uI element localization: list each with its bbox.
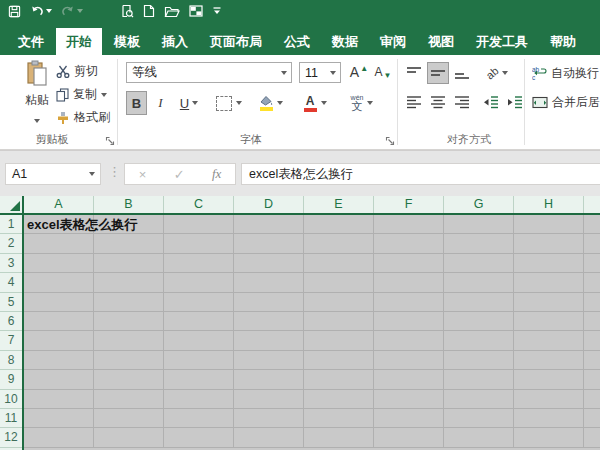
align-bottom-button[interactable] [451, 62, 473, 84]
cell-B4[interactable] [94, 273, 164, 292]
cell-D4[interactable] [234, 273, 304, 292]
cell-B6[interactable] [94, 312, 164, 331]
save-icon[interactable] [8, 3, 21, 19]
cell-C9[interactable] [164, 370, 234, 389]
tab-review[interactable]: 审阅 [370, 28, 416, 55]
cell-A2[interactable] [24, 234, 94, 253]
align-right-button[interactable] [451, 91, 473, 113]
cell-D1[interactable] [234, 215, 304, 234]
formula-bar-drag-handle[interactable]: ⋮ [108, 164, 121, 179]
grow-font-button[interactable]: A▲ [348, 61, 370, 83]
cell-A4[interactable] [24, 273, 94, 292]
cell-B3[interactable] [94, 254, 164, 273]
cell-F3[interactable] [374, 254, 444, 273]
cell-D12[interactable] [234, 428, 304, 447]
cell-E9[interactable] [304, 370, 374, 389]
cell-partial-5[interactable] [584, 293, 600, 312]
cell-G11[interactable] [444, 409, 514, 428]
cell-F4[interactable] [374, 273, 444, 292]
row-header-3[interactable]: 3 [0, 254, 22, 273]
cell-H7[interactable] [514, 331, 584, 350]
cell-C5[interactable] [164, 293, 234, 312]
cell-E5[interactable] [304, 293, 374, 312]
print-preview-icon[interactable] [120, 3, 134, 19]
cell-A8[interactable] [24, 351, 94, 370]
cell-partial-2[interactable] [584, 234, 600, 253]
cell-A5[interactable] [24, 293, 94, 312]
font-name-select[interactable]: 等线 [126, 62, 292, 83]
open-folder-icon[interactable] [164, 3, 180, 19]
align-middle-button[interactable] [427, 62, 449, 84]
cell-B5[interactable] [94, 293, 164, 312]
select-all-button[interactable] [0, 196, 24, 215]
font-color-button[interactable]: A [296, 91, 334, 115]
cell-C3[interactable] [164, 254, 234, 273]
cell-partial-3[interactable] [584, 254, 600, 273]
cell-E3[interactable] [304, 254, 374, 273]
formula-input[interactable]: excel表格怎么换行 [241, 163, 600, 185]
cell-H11[interactable] [514, 409, 584, 428]
align-top-button[interactable] [403, 62, 425, 84]
cell-G3[interactable] [444, 254, 514, 273]
tab-help[interactable]: 帮助 [540, 28, 586, 55]
row-header-11[interactable]: 11 [0, 409, 22, 428]
cell-E12[interactable] [304, 428, 374, 447]
cell-G5[interactable] [444, 293, 514, 312]
cell-H6[interactable] [514, 312, 584, 331]
underline-button[interactable]: U [173, 91, 205, 115]
cell-E10[interactable] [304, 390, 374, 409]
cell-C12[interactable] [164, 428, 234, 447]
tab-formulas[interactable]: 公式 [274, 28, 320, 55]
cancel-icon[interactable]: × [139, 167, 147, 182]
cell-C2[interactable] [164, 234, 234, 253]
cell-G12[interactable] [444, 428, 514, 447]
cell-B11[interactable] [94, 409, 164, 428]
qat-more-icon[interactable] [212, 3, 222, 19]
column-header-A[interactable]: A [24, 196, 94, 213]
cell-partial-1[interactable] [584, 215, 600, 234]
undo-button[interactable] [30, 3, 52, 19]
cell-G2[interactable] [444, 234, 514, 253]
tab-view[interactable]: 视图 [418, 28, 464, 55]
cell-D11[interactable] [234, 409, 304, 428]
cell-B9[interactable] [94, 370, 164, 389]
cell-F12[interactable] [374, 428, 444, 447]
cell-C11[interactable] [164, 409, 234, 428]
cell-partial-9[interactable] [584, 370, 600, 389]
align-center-button[interactable] [427, 91, 449, 113]
cell-partial-7[interactable] [584, 331, 600, 350]
tab-templates[interactable]: 模板 [104, 28, 150, 55]
cut-button[interactable]: 剪切 [56, 63, 98, 80]
cell-G7[interactable] [444, 331, 514, 350]
undo-dropdown-icon[interactable] [46, 9, 52, 13]
new-file-icon[interactable] [143, 3, 155, 19]
cell-F6[interactable] [374, 312, 444, 331]
cell-B12[interactable] [94, 428, 164, 447]
cell-B10[interactable] [94, 390, 164, 409]
cell-F9[interactable] [374, 370, 444, 389]
orientation-button[interactable]: ab [480, 62, 514, 84]
row-header-6[interactable]: 6 [0, 312, 22, 331]
cell-E6[interactable] [304, 312, 374, 331]
increase-indent-button[interactable] [504, 91, 526, 113]
row-header-7[interactable]: 7 [0, 331, 22, 350]
cell-C10[interactable] [164, 390, 234, 409]
cell-H10[interactable] [514, 390, 584, 409]
cell-B7[interactable] [94, 331, 164, 350]
cell-A10[interactable] [24, 390, 94, 409]
redo-dropdown-icon[interactable] [77, 9, 83, 13]
cell-C1[interactable] [164, 215, 234, 234]
cell-F2[interactable] [374, 234, 444, 253]
tab-insert[interactable]: 插入 [152, 28, 198, 55]
cell-D6[interactable] [234, 312, 304, 331]
cell-G6[interactable] [444, 312, 514, 331]
wrap-text-button[interactable]: ab c 自动换行 [532, 62, 599, 84]
column-header-F[interactable]: F [374, 196, 444, 213]
column-header-H[interactable]: H [514, 196, 584, 213]
column-header-C[interactable]: C [164, 196, 234, 213]
cell-D3[interactable] [234, 254, 304, 273]
italic-button[interactable]: I [150, 91, 171, 115]
cell-G4[interactable] [444, 273, 514, 292]
column-header-G[interactable]: G [444, 196, 514, 213]
cell-E11[interactable] [304, 409, 374, 428]
